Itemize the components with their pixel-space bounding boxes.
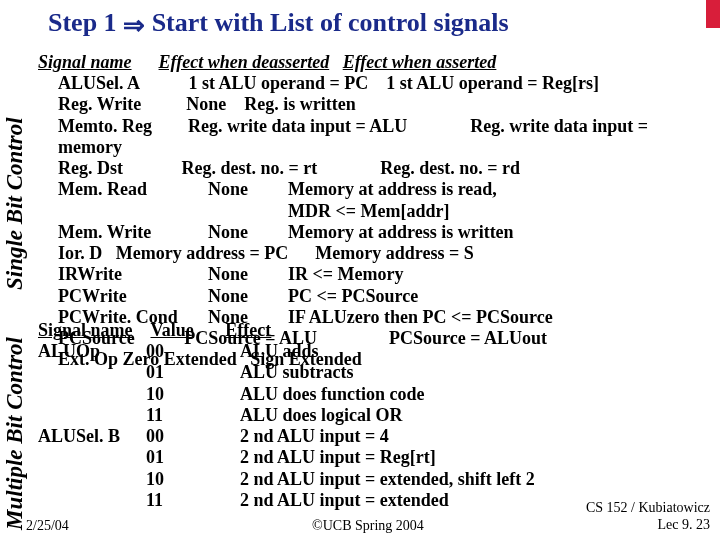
de: Reg. dest. no. = rt — [182, 158, 318, 178]
val: 11 — [146, 490, 240, 511]
col-header-signal2: Signal name — [38, 320, 146, 341]
sig: Mem. Write — [58, 222, 208, 243]
val: 00 — [146, 426, 240, 447]
sig: Reg. Write — [58, 94, 141, 114]
col-header-signal: Signal name — [38, 52, 132, 72]
eff: ALU does function code — [240, 384, 425, 405]
eff: 2 nd ALU input = extended — [240, 490, 449, 511]
sig: Mem. Read — [58, 179, 208, 200]
as: PC <= PCSource — [288, 286, 418, 306]
de: 1 st ALU operand = PC — [189, 73, 369, 93]
sig: Ior. D — [58, 243, 102, 263]
sig: ALUSel. B — [38, 426, 146, 447]
eff: ALU subtracts — [240, 362, 354, 383]
footer-right: CS 152 / Kubiatowicz Lec 9. 23 — [586, 500, 710, 534]
corner-accent — [706, 0, 720, 28]
de: None — [186, 94, 226, 114]
de: None — [208, 264, 288, 285]
side-label-single: Single Bit Control — [2, 117, 28, 290]
as: 1 st ALU operand = Reg[rs] — [386, 73, 599, 93]
col-header-effect: Effect — [225, 320, 271, 341]
de: Reg. write data input = ALU — [188, 116, 407, 136]
as: MDR <= Mem[addr] — [288, 201, 449, 221]
val: 00 — [146, 341, 240, 362]
sig: Memto. Reg — [58, 116, 152, 136]
as: Memory address = S — [315, 243, 473, 263]
val: 10 — [146, 384, 240, 405]
as: IR <= Memory — [288, 264, 403, 284]
arrow-icon: ⇒ — [123, 10, 145, 41]
val: 10 — [146, 469, 240, 490]
eff: 2 nd ALU input = extended, shift left 2 — [240, 469, 535, 490]
de: None — [208, 222, 288, 243]
sig: IRWrite — [58, 264, 208, 285]
footer-course: CS 152 / Kubiatowicz — [586, 500, 710, 515]
sig: ALUSel. A — [58, 73, 139, 93]
de: Memory address = PC — [116, 243, 288, 263]
eff: 2 nd ALU input = 4 — [240, 426, 389, 447]
title-part-a: Step 1 — [48, 8, 117, 37]
as: Reg. dest. no. = rd — [380, 158, 520, 178]
as: Memory at address is read, — [288, 179, 497, 199]
sig: Reg. Dst — [58, 158, 123, 178]
de: None — [208, 179, 288, 200]
eff: ALU does logical OR — [240, 405, 403, 426]
col-header-value: Value — [151, 320, 194, 341]
slide-title: Step 1 ⇒ Start with List of control sign… — [48, 8, 509, 41]
col-header-deasserted: Effect when deasserted — [159, 52, 330, 72]
de: None — [208, 286, 288, 307]
val: 01 — [146, 362, 240, 383]
sig: PCWrite — [58, 286, 208, 307]
side-label-multiple: Multiple Bit Control — [2, 337, 28, 530]
val: 01 — [146, 447, 240, 468]
as: Memory at address is written — [288, 222, 514, 242]
multiple-bit-table: Signal name Value Effect ALUOp00ALU adds… — [38, 320, 698, 511]
eff: 2 nd ALU input = Reg[rt] — [240, 447, 436, 468]
sig: ALUOp — [38, 341, 146, 362]
val: 11 — [146, 405, 240, 426]
eff: ALU adds — [240, 341, 319, 362]
as: Reg. is written — [244, 94, 355, 114]
title-part-b: Start with List of control signals — [152, 8, 509, 37]
footer-lecnum: Lec 9. 23 — [658, 517, 710, 532]
col-header-asserted: Effect when asserted — [343, 52, 497, 72]
